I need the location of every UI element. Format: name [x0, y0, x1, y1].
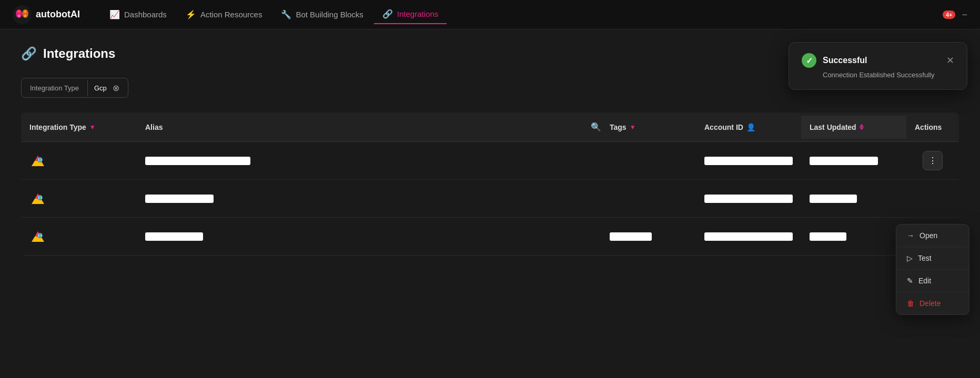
- last-updated-redacted-3: [810, 232, 846, 241]
- filter-value: Gcp ⊗: [88, 78, 128, 97]
- integrations-table: Integration Type ▼ Alias 🔍 Tags ▼ Accoun…: [21, 113, 959, 256]
- td-alias-3: [137, 224, 580, 249]
- table-row: ⋮: [21, 142, 959, 180]
- dropdown-delete-label: Delete: [920, 299, 941, 308]
- action-resources-icon: ⚡: [186, 9, 196, 19]
- td-integration-type-3: [21, 220, 137, 253]
- nav-integrations-label: Integrations: [397, 9, 438, 18]
- svg-point-5: [18, 14, 21, 17]
- dropdown-test[interactable]: ▷ Test: [896, 247, 969, 270]
- td-search-1: [580, 152, 601, 169]
- th-account-id-user-icon: 👤: [746, 123, 755, 131]
- th-last-updated-label: Last Updated: [810, 123, 856, 131]
- gcp-icon-1: [29, 152, 46, 169]
- test-icon: ▷: [907, 254, 913, 262]
- toast-header: ✓ Successful ✕: [802, 53, 954, 68]
- dropdown-test-label: Test: [918, 254, 932, 262]
- logo-icon: [13, 5, 32, 24]
- nav-integrations[interactable]: 🔗 Integrations: [374, 5, 447, 24]
- td-search-2: [580, 190, 601, 207]
- td-tags-1: [601, 152, 696, 169]
- th-integration-type: Integration Type ▼: [21, 116, 137, 139]
- sort-down-icon: [860, 127, 864, 130]
- th-alias-label: Alias: [145, 123, 163, 131]
- integrations-icon: 🔗: [382, 9, 393, 19]
- filter-value-text: Gcp: [94, 84, 107, 92]
- dropdown-edit[interactable]: ✎ Edit: [896, 270, 969, 292]
- th-alias-search: 🔍: [580, 113, 601, 141]
- logo-text: autobotAI: [36, 9, 80, 20]
- th-actions-label: Actions: [915, 123, 942, 131]
- account-id-redacted-1: [704, 157, 793, 165]
- alias-redacted-1: [145, 157, 250, 165]
- td-search-3: [580, 228, 601, 245]
- sort-up-icon: [860, 124, 864, 127]
- td-tags-3: [601, 224, 696, 249]
- navbar: autobotAI 📈 Dashboards ⚡ Action Resource…: [0, 0, 980, 29]
- open-icon: →: [907, 231, 914, 240]
- table-header: Integration Type ▼ Alias 🔍 Tags ▼ Accoun…: [21, 113, 959, 142]
- gcp-icon-2: [29, 190, 46, 207]
- dropdown-open[interactable]: → Open: [896, 224, 969, 247]
- th-tags-filter-icon[interactable]: ▼: [630, 124, 636, 131]
- alias-redacted-2: [145, 195, 214, 203]
- notification-badge[interactable]: 4+: [943, 11, 956, 19]
- td-actions-1: ⋮: [906, 142, 959, 179]
- svg-point-3: [17, 10, 21, 13]
- svg-point-0: [13, 5, 32, 24]
- th-integration-type-label: Integration Type: [29, 123, 86, 131]
- nav-dashboards[interactable]: 📈 Dashboards: [101, 5, 175, 24]
- logo[interactable]: autobotAI: [13, 5, 80, 24]
- filter-label: Integration Type: [22, 80, 88, 96]
- td-integration-type-2: [21, 182, 137, 216]
- nav-right: 4+ −: [943, 10, 967, 19]
- td-account-id-2: [696, 186, 801, 211]
- toast-title: Successful: [823, 56, 940, 65]
- page-title-icon: 🔗: [21, 46, 37, 61]
- filter-close-button[interactable]: ⊗: [111, 83, 122, 93]
- nav-action-resources[interactable]: ⚡ Action Resources: [177, 5, 271, 24]
- nav-dashboards-label: Dashboards: [124, 10, 167, 19]
- action-dropdown-menu: → Open ▷ Test ✎ Edit 🗑 Delete: [896, 224, 969, 315]
- svg-point-4: [24, 10, 27, 13]
- delete-icon: 🗑: [907, 299, 914, 308]
- td-alias-1: [137, 148, 580, 173]
- bot-building-blocks-icon: 🔧: [281, 9, 291, 19]
- th-actions: Actions: [906, 116, 959, 139]
- last-updated-redacted-2: [810, 195, 857, 203]
- svg-point-6: [24, 14, 27, 17]
- filter-bar: Integration Type Gcp ⊗: [21, 78, 128, 98]
- table-row: [21, 180, 959, 218]
- main-content: 🔗 Integrations Integration Type Gcp ⊗ In…: [0, 29, 980, 272]
- tags-redacted-3: [610, 232, 652, 241]
- dashboards-icon: 📈: [109, 9, 120, 19]
- th-alias: Alias: [137, 116, 580, 139]
- th-last-updated[interactable]: Last Updated: [801, 116, 906, 139]
- last-updated-sort-icon: [860, 124, 864, 130]
- edit-icon: ✎: [907, 277, 913, 285]
- account-id-redacted-2: [704, 195, 793, 203]
- td-account-id-1: [696, 148, 801, 173]
- nav-bot-building-blocks-label: Bot Building Blocks: [296, 10, 363, 19]
- minimize-button[interactable]: −: [962, 10, 967, 19]
- th-tags: Tags ▼: [601, 116, 696, 139]
- th-account-id: Account ID 👤: [696, 116, 801, 139]
- page-title: Integrations: [43, 46, 115, 61]
- nav-action-resources-label: Action Resources: [200, 10, 262, 19]
- td-integration-type-1: [21, 144, 137, 178]
- success-toast: ✓ Successful ✕ Connection Established Su…: [789, 42, 967, 90]
- row-1-action-button[interactable]: ⋮: [923, 151, 943, 170]
- gcp-icon-3: [29, 228, 46, 245]
- toast-body: Connection Established Successfully: [823, 71, 954, 79]
- toast-success-icon: ✓: [802, 53, 816, 68]
- dropdown-open-label: Open: [920, 231, 937, 240]
- nav-bot-building-blocks[interactable]: 🔧 Bot Building Blocks: [272, 5, 371, 24]
- th-tags-label: Tags: [610, 123, 627, 131]
- nav-links: 📈 Dashboards ⚡ Action Resources 🔧 Bot Bu…: [101, 5, 943, 24]
- dropdown-edit-label: Edit: [918, 277, 931, 285]
- account-id-redacted-3: [704, 232, 793, 241]
- toast-close-button[interactable]: ✕: [946, 56, 954, 65]
- dropdown-delete[interactable]: 🗑 Delete: [896, 292, 969, 314]
- th-integration-type-filter-icon[interactable]: ▼: [89, 124, 96, 131]
- td-account-id-3: [696, 224, 801, 249]
